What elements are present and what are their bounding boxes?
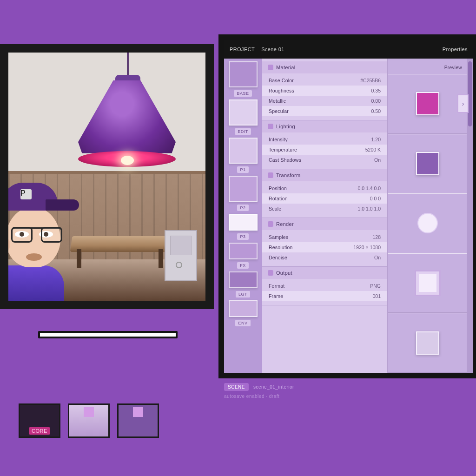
preview-header: Preview [388, 61, 467, 74]
property-value[interactable]: PNG [370, 283, 381, 289]
cap-patch: P [20, 189, 32, 199]
scrollbar-thumb[interactable] [468, 61, 472, 126]
asset-thumbnail[interactable]: CORE [19, 403, 60, 438]
property-value[interactable]: 0.00 [371, 98, 381, 104]
property-value[interactable]: On [374, 157, 381, 163]
character-ear [0, 238, 10, 251]
section-header[interactable]: Transform [262, 169, 387, 181]
table-top [70, 236, 170, 252]
window-titlebar[interactable]: PROJECT Scene 01 Properties [224, 40, 473, 59]
preview-slot[interactable] [388, 193, 467, 253]
property-row[interactable]: Base Color#C255B6 [262, 75, 387, 86]
property-section: MaterialBase Color#C255B6Roughness0.35Me… [262, 61, 387, 120]
color-chip [416, 152, 439, 175]
property-row[interactable]: Cast ShadowsOn [262, 155, 387, 165]
section-icon [268, 270, 273, 276]
color-swatch[interactable] [229, 243, 258, 259]
status-filename: scene_01_interior [253, 384, 294, 390]
property-label: Resolution [269, 245, 293, 250]
cabinet-prop[interactable] [165, 230, 197, 281]
property-label: Frame [269, 293, 283, 299]
color-swatch[interactable] [229, 271, 258, 288]
property-row[interactable]: DenoiseOn [262, 252, 387, 263]
preview-slot[interactable] [388, 253, 467, 313]
property-row[interactable]: Scale1.0 1.0 1.0 [262, 204, 387, 214]
preview-slot[interactable]: › [388, 74, 467, 134]
property-row[interactable]: Resolution1920 × 1080 [262, 242, 387, 252]
color-swatch[interactable] [229, 176, 258, 202]
property-value[interactable]: 0.0 1.4 0.0 [357, 185, 381, 191]
property-section: LightingIntensity1.20Temperature5200 KCa… [262, 120, 387, 169]
property-label: Metallic [269, 98, 286, 104]
thumbnail-strip: CORE [19, 403, 159, 438]
color-swatch[interactable] [229, 138, 258, 164]
swatch-label: EDIT [235, 128, 251, 135]
lamp-bulb [121, 156, 134, 165]
color-swatch[interactable] [229, 300, 258, 317]
property-label: Denoise [269, 255, 287, 260]
section-header[interactable]: Output [262, 267, 387, 279]
property-label: Format [269, 283, 284, 289]
property-row[interactable]: Roughness0.35 [262, 86, 387, 96]
section-icon [268, 172, 273, 178]
table-prop[interactable] [71, 236, 169, 269]
chevron-right-icon[interactable]: › [457, 94, 469, 113]
property-row[interactable]: Samples128 [262, 232, 387, 242]
property-label: Samples [269, 234, 288, 240]
property-row[interactable]: Rotation0 0 0 [262, 193, 387, 204]
asset-thumbnail[interactable] [117, 403, 159, 438]
property-section: OutputFormatPNGFrame001 [262, 267, 387, 305]
preview-slot[interactable] [388, 134, 467, 194]
property-row[interactable]: Specular0.50 [262, 106, 387, 116]
property-row[interactable]: Position0.0 1.4 0.0 [262, 183, 387, 193]
swatch-label: P3 [237, 233, 248, 240]
material-preview-panel: Preview › [388, 40, 467, 373]
property-row[interactable]: FormatPNG [262, 281, 387, 291]
property-value[interactable]: 1.0 1.0 1.0 [357, 206, 381, 212]
shelf-divider [38, 331, 178, 338]
property-value[interactable]: #C255B6 [360, 78, 381, 83]
property-label: Base Color [269, 78, 294, 83]
color-chip [416, 92, 439, 115]
titlebar-left: PROJECT [230, 46, 255, 52]
thumbnail-badge: CORE [29, 427, 50, 435]
property-value[interactable]: 1.20 [371, 137, 381, 142]
scrollbar[interactable] [467, 40, 473, 373]
property-label: Intensity [269, 137, 288, 142]
property-value[interactable]: 1920 × 1080 [353, 245, 381, 250]
character[interactable]: P [0, 183, 83, 304]
property-value[interactable]: 001 [372, 293, 381, 299]
section-icon [268, 124, 273, 129]
asset-thumbnail[interactable] [68, 403, 110, 438]
table-leg [159, 249, 163, 268]
titlebar-right: Properties [443, 46, 468, 52]
swatch-panel: BASEEDITP1P2P3FXLGTENV [224, 40, 262, 373]
property-label: Position [269, 185, 287, 191]
section-title: Output [276, 270, 292, 276]
thumbnail-preview [84, 407, 94, 417]
section-header[interactable]: Material [262, 61, 387, 73]
color-swatch[interactable] [229, 61, 258, 87]
color-chip [416, 331, 439, 355]
swatch-label: P1 [237, 166, 248, 173]
color-swatch[interactable] [229, 99, 258, 126]
properties-window: PROJECT Scene 01 Properties BASEEDITP1P2… [218, 34, 476, 378]
color-swatch[interactable] [229, 214, 258, 231]
preview-slot[interactable] [388, 313, 467, 373]
property-value[interactable]: 128 [372, 234, 381, 240]
viewport-window[interactable]: P [0, 44, 214, 309]
section-header[interactable]: Render [262, 218, 387, 230]
section-header[interactable]: Lighting [262, 120, 387, 132]
property-value[interactable]: 0.35 [371, 88, 381, 93]
property-row[interactable]: Frame001 [262, 291, 387, 301]
property-row[interactable]: Temperature5200 K [262, 145, 387, 155]
property-label: Specular [269, 108, 289, 114]
property-row[interactable]: Metallic0.00 [262, 96, 387, 106]
property-value[interactable]: 0.50 [371, 108, 381, 114]
status-bar: SCENE scene_01_interior autosave enabled… [224, 383, 475, 399]
property-value[interactable]: 0 0 0 [370, 196, 381, 201]
property-value[interactable]: 5200 K [365, 147, 381, 152]
property-row[interactable]: Intensity1.20 [262, 134, 387, 145]
section-icon [268, 65, 273, 70]
property-value[interactable]: On [374, 255, 381, 260]
